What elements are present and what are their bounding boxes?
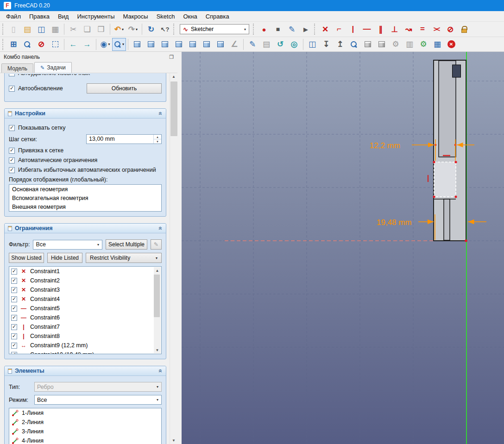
sketch-internal-geometry-button[interactable]: ▥ xyxy=(403,38,416,51)
scroll-up-icon[interactable]: ▲ xyxy=(154,267,161,274)
open-button[interactable]: ▤ xyxy=(20,23,34,36)
view-rear-button[interactable] xyxy=(186,38,200,51)
sketch-selected-region[interactable] xyxy=(434,162,456,197)
sketch-validate-button[interactable] xyxy=(347,38,361,51)
3d-viewport[interactable]: 12,2 mm 19,48 mm xyxy=(182,52,504,444)
scroll-down-icon[interactable]: ▼ xyxy=(170,437,178,444)
dimension-12mm-label[interactable]: 12,2 mm xyxy=(370,141,400,150)
constraint-symmetric-button[interactable]: >< xyxy=(429,23,443,36)
panel-float-button[interactable]: ❐ xyxy=(169,54,174,60)
draw-style-button[interactable]: ⊘ xyxy=(34,38,48,51)
sketch-canvas[interactable]: 12,2 mm 19,48 mm xyxy=(182,52,504,444)
tab-tasks[interactable]: ✎ Задачи xyxy=(34,62,72,73)
sketch-view-section-button[interactable]: ◫ xyxy=(305,38,319,51)
macro-stop-button[interactable]: ■ xyxy=(271,23,285,36)
view-front-button[interactable] xyxy=(144,38,158,51)
constraint-horizontal-button[interactable]: — xyxy=(360,23,374,36)
box-selection-button[interactable] xyxy=(48,38,62,51)
sketch-lower-channel[interactable] xyxy=(444,199,450,240)
hide-listed-button[interactable]: Hide Listed xyxy=(47,253,82,263)
spin-up-icon[interactable]: ▲ xyxy=(154,135,161,139)
filter-edit-button[interactable]: ✎ xyxy=(151,239,162,250)
menu-help[interactable]: Справка xyxy=(202,12,233,21)
constraint-lock-button[interactable] xyxy=(457,23,471,36)
menu-tools[interactable]: Инструменты xyxy=(73,12,119,21)
menu-windows[interactable]: Окна xyxy=(179,12,201,21)
sketch-leave-button[interactable]: ↺ xyxy=(273,38,287,51)
constraint-row[interactable]: ✓ | Constraint8 xyxy=(9,331,154,341)
snap-checkbox[interactable]: ✓ xyxy=(9,148,15,154)
nav-forward-button[interactable]: → xyxy=(80,38,94,51)
constraint-vertical-button[interactable]: | xyxy=(346,23,360,36)
constraint-block-button[interactable]: ⊘ xyxy=(443,23,457,36)
constraint-row[interactable]: ✓ ✕ Constraint1 xyxy=(9,267,154,276)
constraint-checkbox[interactable]: ✓ xyxy=(11,324,17,330)
constraint-checkbox[interactable]: ✓ xyxy=(11,306,17,312)
settings-header[interactable]: Настройки « xyxy=(5,109,166,119)
print-button[interactable]: ▦ xyxy=(48,23,62,36)
sketch-grid-settings-button[interactable]: ▦ xyxy=(430,38,444,51)
cut-button[interactable]: ✂ xyxy=(66,23,80,36)
constraint-checkbox[interactable]: ✓ xyxy=(11,287,17,293)
constraint-checkbox[interactable]: ✓ xyxy=(11,352,17,355)
collapse-chevron-icon[interactable]: « xyxy=(157,369,164,373)
constraint-checkbox[interactable]: ✓ xyxy=(11,333,17,339)
constraint-parallel-button[interactable]: ∥ xyxy=(374,23,388,36)
macro-record-button[interactable]: ● xyxy=(257,23,271,36)
constraint-coincident-button[interactable]: ✕ xyxy=(318,23,332,36)
elements-header[interactable]: Элементы « xyxy=(5,366,166,376)
dimension-19mm-label[interactable]: 19,48 mm xyxy=(377,218,412,227)
view-fit-selection-button[interactable] xyxy=(20,38,34,51)
menu-file[interactable]: Файл xyxy=(2,12,25,21)
list-item[interactable]: Основная геометрия xyxy=(9,185,161,194)
view-left-button[interactable] xyxy=(214,38,227,51)
paste-button[interactable]: ❒ xyxy=(94,23,108,36)
element-row[interactable]: 1-Линия xyxy=(9,408,161,418)
view-top-button[interactable] xyxy=(158,38,172,51)
whats-this-button[interactable]: ↖? xyxy=(158,23,172,36)
view-right-button[interactable] xyxy=(172,38,186,51)
sketch-symmetry-tools-button[interactable]: ⚙ xyxy=(416,38,430,51)
sketch-map-to-face-button[interactable]: ▤ xyxy=(259,38,273,51)
constraint-equal-button[interactable]: = xyxy=(416,23,429,36)
undo-button[interactable]: ↶▾ xyxy=(112,23,126,36)
measure-distance-button[interactable]: ∠ xyxy=(227,38,241,51)
constraint-checkbox[interactable]: ✓ xyxy=(11,296,17,302)
menu-macros[interactable]: Макросы xyxy=(119,12,152,21)
collapse-chevron-icon[interactable]: « xyxy=(157,112,164,115)
panel-scrollbar[interactable]: ▲ ▼ xyxy=(170,73,177,444)
toolbar-grip[interactable] xyxy=(2,39,5,50)
constraints-header[interactable]: Ограничения « xyxy=(5,224,166,233)
sketch-shape[interactable] xyxy=(428,60,467,242)
sketch-construction-mode-button[interactable]: ⚙ xyxy=(389,38,403,51)
toolbar-grip[interactable] xyxy=(2,24,5,35)
auto-constraints-checkbox[interactable]: ✓ xyxy=(9,157,15,163)
constraint-row[interactable]: ✓ ↔ Constraint9 (12,2 mm) xyxy=(9,341,154,350)
constraint-row[interactable]: ✓ ✕ Constraint4 xyxy=(9,294,154,304)
constraint-row[interactable]: ✓ ↔ Constraint10 (19,48 mm) xyxy=(9,350,154,354)
toolbar-grip[interactable] xyxy=(314,24,317,35)
constraint-perpendicular-button[interactable]: ⊥ xyxy=(388,23,402,36)
spinner-buttons[interactable]: ▲ ▼ xyxy=(153,135,161,144)
sketch-notch[interactable] xyxy=(453,65,461,77)
auto-update-checkbox[interactable]: ✓ xyxy=(9,86,15,92)
sketch-convert-geometry-button[interactable] xyxy=(361,38,375,51)
constraint-row[interactable]: ✓ ✕ Constraint3 xyxy=(9,285,154,294)
scroll-down-icon[interactable]: ▼ xyxy=(154,347,161,353)
grid-step-spinbox[interactable]: 13,00 mm ▲ ▼ xyxy=(86,134,162,144)
list-item[interactable]: Вспомогательная геометрия xyxy=(9,194,161,202)
select-multiple-button[interactable]: Select Multiple xyxy=(106,239,147,250)
stop-operation-button[interactable]: ✕ xyxy=(444,38,458,51)
dimension-19mm[interactable]: 19,48 mm xyxy=(377,214,486,240)
menu-sketch[interactable]: Sketch xyxy=(152,12,179,21)
macro-execute-button[interactable]: ▶ xyxy=(299,23,313,36)
filter-combobox[interactable]: Все ▾ xyxy=(33,240,102,250)
constraint-row[interactable]: ✓ — Constraint5 xyxy=(9,304,154,313)
constraint-checkbox[interactable]: ✓ xyxy=(11,269,17,275)
scroll-up-icon[interactable]: ▲ xyxy=(170,73,178,80)
refresh-button[interactable]: ↻ xyxy=(144,23,158,36)
menu-view[interactable]: Вид xyxy=(54,12,73,21)
element-row[interactable]: 2-Линия xyxy=(9,418,161,427)
save-button[interactable]: ◫ xyxy=(34,23,48,36)
nav-back-button[interactable]: ← xyxy=(66,38,80,51)
